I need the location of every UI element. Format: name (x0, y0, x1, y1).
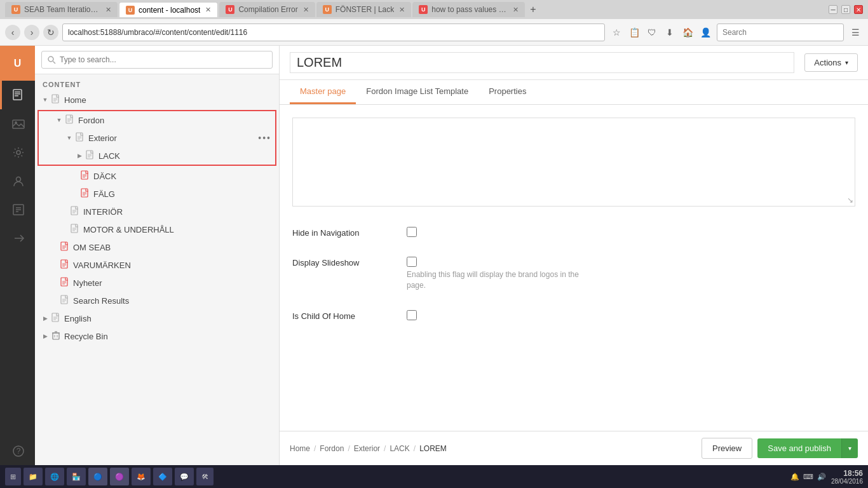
save-publish-button[interactable]: Save and publish (757, 438, 841, 458)
taskbar-tools[interactable]: 🛠 (196, 468, 214, 485)
browser-tab-howto[interactable]: U how to pass values from o... ✕ (412, 2, 525, 17)
sidebar-icon-forms[interactable] (0, 195, 35, 224)
tree-arrow-exterior[interactable]: ▼ (64, 133, 74, 143)
fordon-highlight-box: ▼ Fordon ▼ Exterior ••• ▶ (37, 110, 276, 166)
back-button[interactable]: ‹ (5, 25, 20, 40)
home-browser-button[interactable]: 🏠 (680, 25, 695, 40)
svg-rect-14 (52, 95, 58, 103)
taskbar-store[interactable]: 🏪 (67, 468, 86, 485)
sidebar-icon-members[interactable] (0, 166, 35, 195)
tree-label-english: English (64, 314, 274, 323)
taskbar-left: ⊞ 📁 🌐 🏪 🔵 🟣 🦊 🔷 💬 🛠 (5, 468, 214, 485)
tab-fordon-image[interactable]: Fordon Image List Template (356, 80, 478, 104)
logo-button[interactable]: U (0, 46, 35, 81)
tab-master-page[interactable]: Master page (290, 80, 356, 104)
svg-rect-3 (15, 95, 18, 97)
display-slideshow-checkbox[interactable] (407, 257, 417, 267)
is-child-checkbox[interactable] (407, 310, 417, 320)
preview-button[interactable]: Preview (702, 438, 752, 459)
tree-label-nyheter: Nyheter (73, 278, 274, 288)
tree-icon-lack (86, 150, 96, 161)
shield-button[interactable]: 🛡 (644, 25, 660, 40)
tree-icon-interior (71, 206, 81, 217)
sidebar-icon-help[interactable]: ? (0, 437, 35, 465)
sidebar-icon-settings[interactable] (0, 138, 35, 166)
tree-item-om_seab[interactable]: OM SEAB (35, 238, 279, 256)
tree-arrow-fordon[interactable]: ▼ (54, 115, 64, 125)
tree-label-interior: INTERIÖR (83, 207, 274, 217)
start-button[interactable]: ⊞ (5, 468, 21, 485)
maximize-button[interactable]: □ (841, 5, 850, 14)
tree-arrow-home[interactable]: ▼ (40, 95, 50, 105)
tree-item-recycle_bin[interactable]: ▶ Recycle Bin (35, 327, 279, 345)
taskbar-vs[interactable]: 🟣 (110, 468, 129, 485)
browser-tab-fonster[interactable]: U FÖNSTER | Lack ✕ (316, 2, 411, 17)
breadcrumb-lack[interactable]: LACK (390, 444, 409, 453)
breadcrumb-home[interactable]: Home (290, 444, 310, 453)
forward-button[interactable]: › (24, 25, 39, 40)
browser-search-input[interactable] (717, 24, 844, 41)
breadcrumb-sep-1: / (314, 444, 316, 453)
reader-button[interactable]: 📋 (627, 25, 642, 40)
tree-item-interior[interactable]: INTERIÖR (35, 203, 279, 220)
taskbar-blue[interactable]: 🔷 (153, 468, 172, 485)
browser-tab-seab[interactable]: U SEAB Team Iteration 2 - Vi... ✕ (5, 2, 118, 17)
svg-rect-66 (53, 333, 59, 339)
start-icon: ⊞ (10, 473, 16, 481)
rich-text-editor[interactable]: ↘ (292, 118, 855, 207)
browser-tab-content[interactable]: U content - localhost ✕ (119, 2, 218, 17)
bookmark-button[interactable]: ☆ (609, 25, 624, 40)
tree-arrow-lack[interactable]: ▶ (74, 151, 85, 161)
breadcrumb: Home / Fordon / Exterior / LACK / LOREM (290, 444, 447, 453)
tree-item-motor[interactable]: MOTOR & UNDERHÅLL (35, 220, 279, 238)
tree-arrow-recycle_bin[interactable]: ▶ (40, 331, 50, 341)
sidebar-icon-deploy[interactable] (0, 224, 35, 252)
download-button[interactable]: ⬇ (662, 25, 677, 40)
tree-item-search_results[interactable]: Search Results (35, 292, 279, 309)
new-tab-button[interactable]: + (530, 4, 536, 15)
breadcrumb-exterior[interactable]: Exterior (354, 444, 380, 453)
taskbar-skype[interactable]: 💬 (175, 468, 194, 485)
browser-tab-compile[interactable]: U Compilation Error ✕ (219, 2, 315, 17)
breadcrumb-fordon[interactable]: Fordon (320, 444, 344, 453)
tree-item-lack[interactable]: ▶ LACK (39, 147, 275, 165)
window-controls: ─ □ ✕ (829, 5, 863, 14)
tree-icon-english (51, 313, 62, 324)
minimize-button[interactable]: ─ (829, 5, 837, 14)
taskbar-firefox[interactable]: 🦊 (132, 468, 151, 485)
tree-item-fordon[interactable]: ▼ Fordon (39, 111, 275, 129)
tree-item-nyheter[interactable]: Nyheter (35, 274, 279, 292)
tree-item-english[interactable]: ▶ English (35, 309, 279, 327)
tab-properties[interactable]: Properties (478, 80, 536, 104)
actions-button[interactable]: Actions ▾ (804, 53, 858, 72)
tree-icon-fordon (65, 114, 76, 126)
tree-item-exterior[interactable]: ▼ Exterior ••• (39, 129, 275, 147)
tree-item-varumarken[interactable]: VARUMÄRKEN (35, 256, 279, 274)
address-input[interactable] (62, 24, 605, 41)
tree-actions-exterior[interactable]: ••• (258, 133, 271, 143)
tree-item-home[interactable]: ▼ Home (35, 91, 279, 109)
refresh-button[interactable]: ↻ (43, 25, 58, 40)
sidebar-icon-content[interactable] (0, 81, 35, 109)
tree-label-falg: FÄLG (93, 189, 274, 199)
page-title-input[interactable] (297, 55, 678, 70)
taskbar-explorer[interactable]: 📁 (24, 468, 43, 485)
close-button[interactable]: ✕ (854, 5, 863, 14)
tree-item-dack[interactable]: DÄCK (35, 167, 279, 185)
tree-icon-falg (81, 188, 91, 200)
hide-navigation-checkbox[interactable] (407, 227, 417, 237)
taskbar-chrome[interactable]: 🔵 (88, 468, 107, 485)
tree-arrow-english[interactable]: ▶ (40, 313, 50, 323)
svg-rect-2 (15, 93, 20, 95)
svg-rect-46 (61, 242, 67, 250)
three-dots-exterior[interactable]: ••• (258, 133, 271, 143)
tree-icon-varumarken (60, 259, 71, 271)
taskbar-ie[interactable]: 🌐 (45, 468, 64, 485)
extensions-button[interactable]: ☰ (848, 25, 863, 40)
profile-button[interactable]: 👤 (698, 25, 713, 40)
tree-search-input[interactable] (41, 51, 273, 69)
tree-item-falg[interactable]: FÄLG (35, 185, 279, 203)
save-publish-dropdown-button[interactable]: ▾ (841, 438, 858, 458)
svg-rect-54 (61, 278, 67, 286)
sidebar-icon-media[interactable] (0, 109, 35, 138)
